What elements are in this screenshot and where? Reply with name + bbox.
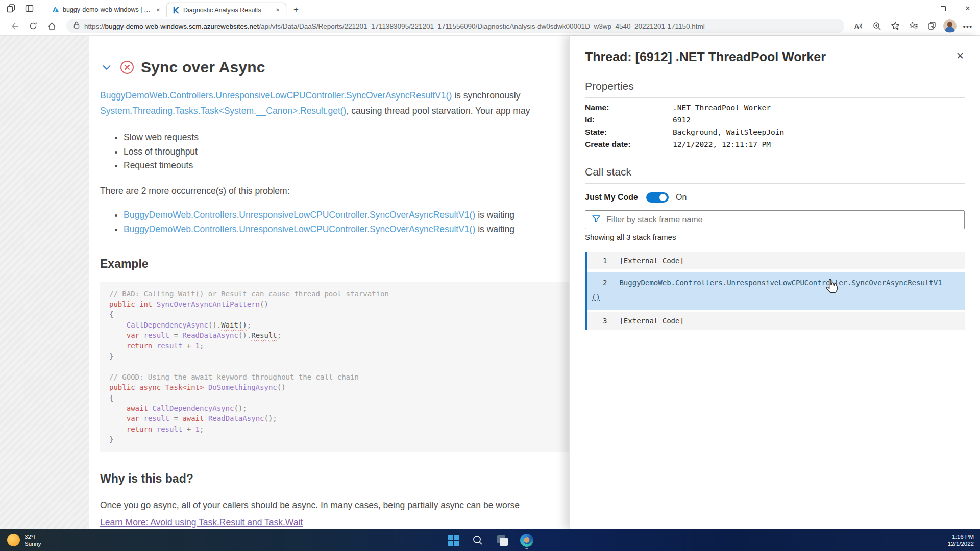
taskbar-icons <box>446 529 534 551</box>
favorite-star-icon[interactable] <box>888 19 902 33</box>
method-link[interactable]: BuggyDemoWeb.Controllers.UnresponsiveLow… <box>100 90 452 101</box>
thread-panel: Thread: [6912] .NET ThreadPool Worker ✕ … <box>569 36 980 529</box>
refresh-icon[interactable] <box>26 19 41 33</box>
profile-avatar[interactable] <box>943 19 957 33</box>
weather-text: 32°F Sunny <box>24 533 41 547</box>
page-title: Sync over Async <box>141 59 265 76</box>
error-icon <box>120 60 134 74</box>
stack-frame-list: 1[External Code] 2BuggyDemoWeb.Controlle… <box>585 252 965 330</box>
tab-diagnostic[interactable]: Diagnostic Analysis Results ✕ <box>166 3 286 17</box>
favorites-bar-icon[interactable] <box>906 19 921 33</box>
windows-taskbar: 32°F Sunny 1:16 PM 12/1/2022 <box>0 529 980 551</box>
taskbar-clock[interactable]: 1:16 PM 12/1/2022 <box>948 529 974 551</box>
back-icon[interactable] <box>7 19 22 33</box>
clock-date: 12/1/2022 <box>948 540 974 547</box>
sun-icon <box>7 534 20 546</box>
clock-time: 1:16 PM <box>948 533 974 540</box>
tab-close-icon[interactable]: ✕ <box>274 6 282 14</box>
tab-buggy-demo[interactable]: buggy-demo-web-windows | Dia ✕ <box>46 3 166 17</box>
method-link[interactable]: System.Threading.Tasks.Task<System.__Can… <box>100 106 346 116</box>
window-close-button[interactable]: ✕ <box>955 0 980 17</box>
table-row: Id:6912 <box>585 114 965 126</box>
read-aloud-icon[interactable]: A <box>851 19 866 33</box>
just-my-code-toggle[interactable] <box>646 192 669 203</box>
filter-funnel-icon <box>592 214 601 226</box>
tab-actions-icon[interactable] <box>21 2 37 15</box>
stack-frame-row[interactable]: 3[External Code] <box>587 312 965 330</box>
divider <box>585 97 965 98</box>
occurrence-link[interactable]: BuggyDemoWeb.Controllers.UnresponsiveLow… <box>124 224 475 234</box>
just-my-code-row: Just My Code On <box>585 192 965 203</box>
properties-table: Name:.NET ThreadPool Worker Id:6912 Stat… <box>585 102 965 151</box>
workspaces-icon[interactable] <box>3 2 18 15</box>
weather-widget[interactable]: 32°F Sunny <box>7 533 41 547</box>
properties-heading: Properties <box>585 80 965 92</box>
browser-titlebar: buggy-demo-web-windows | Dia ✕ Diagnosti… <box>0 0 980 17</box>
toolbar-actions: A ••• <box>851 19 975 33</box>
stack-frame-row[interactable]: 1[External Code] <box>587 252 965 269</box>
tab-close-icon[interactable]: ✕ <box>154 6 162 14</box>
stack-frame-count: Showing all 3 stack frames <box>585 233 965 241</box>
page-content: Sync over Async BuggyDemoWeb.Controllers… <box>0 36 980 529</box>
weather-temp: 32°F <box>24 533 41 540</box>
kudu-favicon-icon <box>172 6 180 14</box>
stack-frame-link[interactable]: BuggyDemoWeb.Controllers.UnresponsiveLow… <box>619 279 942 287</box>
just-my-code-label: Just My Code <box>585 193 638 202</box>
task-view-icon[interactable] <box>495 533 510 548</box>
edge-taskbar-icon[interactable] <box>519 533 534 548</box>
browser-toolbar: https://buggy-demo-web-windows.scm.azure… <box>0 17 980 36</box>
learn-more-link[interactable]: Learn More: Avoid using Task.Result and … <box>100 517 303 528</box>
panel-close-icon[interactable]: ✕ <box>953 49 967 62</box>
url-text: https://buggy-demo-web-windows.scm.azure… <box>84 22 705 30</box>
window-controls: – ✕ <box>906 0 980 17</box>
zoom-icon[interactable] <box>870 19 884 33</box>
address-bar[interactable]: https://buggy-demo-web-windows.scm.azure… <box>66 19 844 33</box>
azure-favicon-icon <box>52 6 60 14</box>
settings-menu-icon[interactable]: ••• <box>961 19 975 33</box>
home-icon[interactable] <box>44 19 59 33</box>
new-tab-button[interactable]: + <box>289 3 303 16</box>
tab-title: buggy-demo-web-windows | Dia <box>63 6 151 13</box>
occurrence-link[interactable]: BuggyDemoWeb.Controllers.UnresponsiveLow… <box>124 210 475 220</box>
start-button-icon[interactable] <box>446 533 461 548</box>
minimize-button[interactable]: – <box>906 0 931 17</box>
search-icon[interactable] <box>470 533 485 548</box>
divider <box>585 183 965 184</box>
tab-title: Diagnostic Analysis Results <box>183 7 271 14</box>
stack-filter-field[interactable] <box>585 210 965 229</box>
lock-icon <box>74 21 80 31</box>
toggle-state-label: On <box>676 193 687 202</box>
maximize-button[interactable] <box>931 0 955 17</box>
callstack-heading: Call stack <box>585 166 965 178</box>
table-row: Name:.NET ThreadPool Worker <box>585 102 965 114</box>
table-row: Create date:12/1/2022, 12:11:17 PM <box>585 138 965 151</box>
table-row: State:Background, WaitSleepJoin <box>585 126 965 138</box>
stack-filter-input[interactable] <box>606 215 958 224</box>
collapse-chevron-icon[interactable] <box>100 61 113 74</box>
panel-title: Thread: [6912] .NET ThreadPool Worker <box>585 49 965 64</box>
divider <box>42 5 42 13</box>
stack-frame-link[interactable]: () <box>592 293 600 302</box>
weather-condition: Sunny <box>24 540 41 547</box>
collections-icon[interactable] <box>925 19 939 33</box>
stack-frame-row-selected[interactable]: 2BuggyDemoWeb.Controllers.UnresponsiveLo… <box>587 272 965 310</box>
